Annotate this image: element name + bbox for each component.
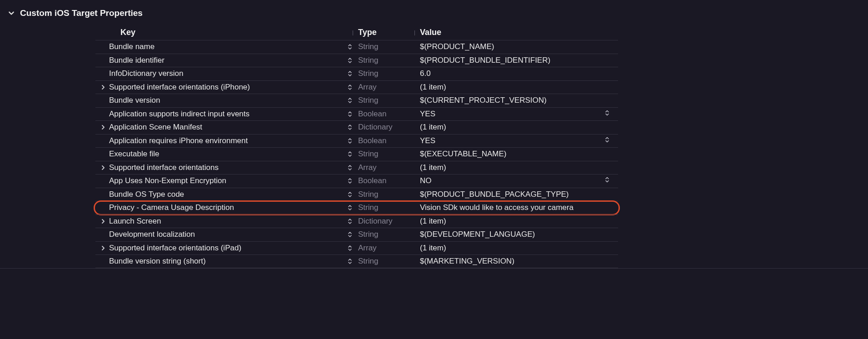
cell-type: Dictionary	[358, 217, 420, 226]
key-label: Bundle version string (short)	[109, 257, 358, 266]
key-label: Bundle version	[109, 96, 358, 105]
cell-key[interactable]: Executable file	[95, 150, 358, 159]
cell-key[interactable]: Supported interface orientations (iPhone…	[95, 83, 358, 92]
disclosure-triangle-icon[interactable]	[100, 85, 106, 90]
key-stepper-icon[interactable]	[347, 137, 353, 145]
key-stepper-icon[interactable]	[347, 177, 353, 184]
cell-key[interactable]: Bundle name	[95, 42, 358, 51]
cell-value[interactable]: NO	[420, 176, 618, 185]
cell-key[interactable]: Bundle OS Type code	[95, 190, 358, 199]
cell-key[interactable]: Privacy - Camera Usage Description	[95, 203, 358, 212]
value-stepper-icon[interactable]	[604, 176, 610, 186]
table-row[interactable]: Launch ScreenDictionary(1 item)	[95, 214, 618, 228]
table-row[interactable]: Privacy - Camera Usage DescriptionString…	[95, 201, 618, 214]
cell-value[interactable]: $(PRODUCT_NAME)	[420, 42, 618, 51]
table-row[interactable]: Application requires iPhone environmentB…	[95, 134, 618, 148]
table-row[interactable]: Application Scene ManifestDictionary(1 i…	[95, 120, 618, 134]
cell-value[interactable]: Vision SDk would like to access your cam…	[420, 203, 618, 212]
key-stepper-icon[interactable]	[347, 124, 353, 131]
cell-value[interactable]: $(PRODUCT_BUNDLE_IDENTIFIER)	[420, 56, 618, 65]
cell-value[interactable]: $(CURRENT_PROJECT_VERSION)	[420, 96, 618, 105]
column-header-value[interactable]: Value	[420, 28, 618, 37]
section-header[interactable]: Custom iOS Target Properties	[0, 0, 868, 25]
cell-key[interactable]: Launch Screen	[95, 217, 358, 226]
table-bottom-border	[0, 268, 868, 269]
cell-key[interactable]: Application requires iPhone environment	[95, 136, 358, 145]
key-stepper-icon[interactable]	[347, 84, 353, 91]
column-header-key[interactable]: Key	[95, 28, 358, 37]
key-stepper-icon[interactable]	[347, 164, 353, 171]
cell-value[interactable]: YES	[420, 110, 618, 119]
cell-value[interactable]: $(PRODUCT_BUNDLE_PACKAGE_TYPE)	[420, 190, 618, 199]
cell-type: String	[358, 96, 420, 105]
key-stepper-icon[interactable]	[347, 110, 353, 118]
key-stepper-icon[interactable]	[347, 57, 353, 64]
cell-key[interactable]: Bundle identifier	[95, 56, 358, 65]
table-row[interactable]: Executable fileString$(EXECUTABLE_NAME)	[95, 147, 618, 161]
disclosure-triangle-icon[interactable]	[100, 219, 106, 224]
key-stepper-icon[interactable]	[347, 43, 353, 50]
cell-value[interactable]: (1 item)	[420, 244, 618, 253]
table-row[interactable]: Bundle versionString$(CURRENT_PROJECT_VE…	[95, 94, 618, 107]
cell-value[interactable]: (1 item)	[420, 163, 618, 172]
key-stepper-icon[interactable]	[347, 150, 353, 158]
key-stepper-icon[interactable]	[347, 244, 353, 252]
cell-value[interactable]: 6.0	[420, 69, 618, 78]
value-text: (1 item)	[420, 217, 446, 225]
table-row[interactable]: Bundle OS Type codeString$(PRODUCT_BUNDL…	[95, 188, 618, 201]
cell-value[interactable]: (1 item)	[420, 123, 618, 132]
value-text: $(CURRENT_PROJECT_VERSION)	[420, 96, 547, 105]
table-row[interactable]: Bundle version string (short)String$(MAR…	[95, 254, 618, 268]
table-row[interactable]: Supported interface orientations (iPhone…	[95, 80, 618, 94]
value-stepper-icon[interactable]	[604, 136, 610, 145]
table-row[interactable]: InfoDictionary versionString6.0	[95, 67, 618, 80]
cell-key[interactable]: Application Scene Manifest	[95, 123, 358, 132]
table-row[interactable]: Supported interface orientations (iPad)A…	[95, 241, 618, 255]
cell-value[interactable]: $(DEVELOPMENT_LANGUAGE)	[420, 230, 618, 239]
table-row[interactable]: Bundle identifierString$(PRODUCT_BUNDLE_…	[95, 54, 618, 67]
key-stepper-icon[interactable]	[347, 218, 353, 225]
disclosure-triangle-icon[interactable]	[100, 246, 106, 250]
cell-key[interactable]: Bundle version	[95, 96, 358, 105]
table-row[interactable]: Development localizationString$(DEVELOPM…	[95, 228, 618, 241]
disclosure-triangle-icon[interactable]	[100, 125, 106, 130]
cell-value[interactable]: (1 item)	[420, 217, 618, 226]
key-label: Application Scene Manifest	[109, 123, 358, 132]
table-row[interactable]: Supported interface orientationsArray(1 …	[95, 161, 618, 174]
value-stepper-icon[interactable]	[604, 109, 610, 119]
cell-key[interactable]: App Uses Non-Exempt Encryption	[95, 176, 358, 185]
cell-value[interactable]: YES	[420, 136, 618, 145]
cell-key[interactable]: Bundle version string (short)	[95, 257, 358, 266]
section-title: Custom iOS Target Properties	[20, 8, 143, 18]
cell-value[interactable]: (1 item)	[420, 83, 618, 92]
chevron-down-icon	[8, 10, 15, 16]
table-row[interactable]: Bundle nameString$(PRODUCT_NAME)	[95, 40, 618, 54]
value-text: (1 item)	[420, 123, 446, 131]
key-stepper-icon[interactable]	[347, 97, 353, 104]
cell-type: Array	[358, 244, 420, 253]
value-text: $(PRODUCT_NAME)	[420, 42, 494, 51]
cell-key[interactable]: Application supports indirect input even…	[95, 110, 358, 119]
cell-type: String	[358, 203, 420, 212]
disclosure-triangle-icon[interactable]	[100, 165, 106, 170]
key-label: Bundle identifier	[109, 56, 358, 65]
table-row[interactable]: App Uses Non-Exempt EncryptionBooleanNO	[95, 174, 618, 188]
cell-key[interactable]: Supported interface orientations	[95, 163, 358, 172]
column-header-type[interactable]: Type	[358, 28, 420, 37]
value-text: (1 item)	[420, 244, 446, 252]
cell-key[interactable]: InfoDictionary version	[95, 69, 358, 78]
cell-key[interactable]: Development localization	[95, 230, 358, 239]
key-stepper-icon[interactable]	[347, 204, 353, 211]
key-label: Application supports indirect input even…	[109, 110, 358, 119]
cell-type: String	[358, 257, 420, 266]
key-stepper-icon[interactable]	[347, 191, 353, 198]
cell-type: Array	[358, 83, 420, 92]
key-stepper-icon[interactable]	[347, 231, 353, 238]
cell-value[interactable]: $(EXECUTABLE_NAME)	[420, 150, 618, 159]
key-stepper-icon[interactable]	[347, 258, 353, 265]
table-row[interactable]: Application supports indirect input even…	[95, 107, 618, 121]
cell-key[interactable]: Supported interface orientations (iPad)	[95, 244, 358, 253]
cell-value[interactable]: $(MARKETING_VERSION)	[420, 257, 618, 266]
value-text: $(EXECUTABLE_NAME)	[420, 150, 507, 158]
key-stepper-icon[interactable]	[347, 70, 353, 77]
